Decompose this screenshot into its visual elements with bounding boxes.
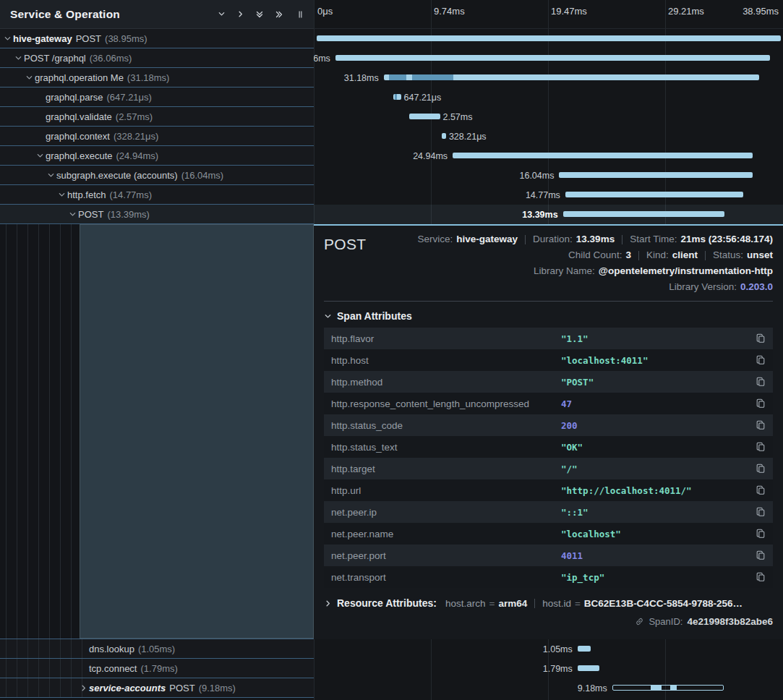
span-bar[interactable] <box>409 114 440 119</box>
span-tree-item[interactable]: tcp.connect(1.79ms) <box>0 659 314 678</box>
span-tree-item[interactable]: service-accountsPOST(9.18ms) <box>0 678 314 698</box>
meta-value: client <box>672 247 698 263</box>
resource-attributes-toggle[interactable]: Resource Attributes: <box>337 597 437 609</box>
span-bar[interactable] <box>559 172 752 178</box>
trace-viewer: Service & Operation 0μs 9.74ms 19.47ms 2… <box>0 0 783 700</box>
span-tree-item[interactable]: graphql.context(328.21μs) <box>0 127 314 146</box>
span-attributes-toggle[interactable]: Span Attributes <box>324 310 773 322</box>
meta-label: Status: <box>713 247 743 263</box>
span-row[interactable]: dns.lookup(1.05ms)1.05ms <box>0 639 783 659</box>
copy-icon[interactable] <box>756 442 766 452</box>
span-bar[interactable] <box>578 665 600 671</box>
link-icon[interactable] <box>635 617 644 626</box>
span-duration: (36.06ms) <box>90 53 132 64</box>
span-rows: hive-gatewayPOST(38.95ms)POST /graphql(3… <box>0 29 783 224</box>
span-tree-item[interactable]: graphql.operation Me(31.18ms) <box>0 68 314 88</box>
span-row[interactable]: graphql.execute(24.94ms)24.94ms <box>0 146 783 166</box>
span-bar[interactable] <box>442 133 446 139</box>
span-bar[interactable] <box>578 646 591 652</box>
span-duration: (16.04ms) <box>181 170 224 181</box>
meta-label: Start Time: <box>630 231 677 247</box>
attribute-key: net.peer.port <box>331 550 561 561</box>
span-duration-label: 36.06ms <box>314 54 335 64</box>
span-row[interactable]: graphql.parse(647.21μs)647.21μs <box>0 88 783 107</box>
span-tree-item[interactable]: http.fetch(14.77ms) <box>0 185 314 205</box>
span-row[interactable]: http.fetch(14.77ms)14.77ms <box>0 185 783 205</box>
span-duration: (1.05ms) <box>138 644 175 654</box>
span-bar[interactable] <box>563 211 724 217</box>
copy-icon[interactable] <box>756 420 766 430</box>
span-tree-item[interactable]: POST /graphql(36.06ms) <box>0 48 314 68</box>
copy-icon[interactable] <box>756 485 766 495</box>
span-service-name: service-accounts <box>89 683 166 693</box>
copy-icon[interactable] <box>756 377 766 387</box>
span-bar[interactable] <box>612 685 724 691</box>
span-operation-name: POST <box>78 209 103 220</box>
span-bar[interactable] <box>384 74 759 80</box>
equals-sign: = <box>575 598 581 609</box>
attribute-value: "::1" <box>561 507 756 518</box>
span-row[interactable]: POST(13.39ms)13.39ms <box>0 205 783 224</box>
span-bar-cell: 647.21μs <box>314 88 783 107</box>
span-tree-item[interactable]: hive-gatewayPOST(38.95ms) <box>0 29 314 48</box>
span-row[interactable]: graphql.context(328.21μs)328.21μs <box>0 127 783 146</box>
span-bar[interactable] <box>393 94 401 100</box>
copy-icon[interactable] <box>756 398 766 409</box>
tick-label: 38.95ms <box>743 6 779 17</box>
span-bar-segment <box>412 74 453 80</box>
chevron-down-icon[interactable] <box>14 54 24 62</box>
span-tree-item[interactable]: subgraph.execute (accounts)(16.04ms) <box>0 166 314 185</box>
copy-icon[interactable] <box>756 529 766 539</box>
attribute-row: http.status_text"OK" <box>324 436 773 458</box>
double-chevron-down-icon[interactable] <box>255 10 264 19</box>
span-tree-item[interactable]: dns.lookup(1.05ms) <box>0 639 314 659</box>
span-rows-bottom: dns.lookup(1.05ms)1.05mstcp.connect(1.79… <box>0 639 783 698</box>
selected-span-children-area[interactable] <box>80 224 314 639</box>
copy-icon[interactable] <box>756 355 766 365</box>
double-chevron-right-icon[interactable] <box>275 10 283 19</box>
copy-icon[interactable] <box>756 464 766 474</box>
span-bar-cell: 16.04ms <box>314 166 783 185</box>
copy-icon[interactable] <box>756 550 766 560</box>
chevron-down-icon[interactable] <box>218 10 226 18</box>
grip-icon[interactable] <box>297 9 304 20</box>
chevron-down-icon[interactable] <box>58 191 67 199</box>
span-bar[interactable] <box>565 192 743 197</box>
span-bar[interactable] <box>335 55 770 61</box>
attribute-key: net.transport <box>331 572 561 583</box>
chevron-right-icon[interactable] <box>236 10 244 18</box>
span-row[interactable]: hive-gatewayPOST(38.95ms) <box>0 29 783 48</box>
selected-span-region <box>0 224 314 639</box>
span-tree-item[interactable]: graphql.execute(24.94ms) <box>0 146 314 166</box>
span-tree-item[interactable]: POST(13.39ms) <box>0 205 314 224</box>
span-row[interactable]: graphql.operation Me(31.18ms)31.18ms <box>0 68 783 88</box>
span-operation-name: graphql.context <box>46 131 110 142</box>
span-tree-item[interactable]: graphql.validate(2.57ms) <box>0 107 314 127</box>
chevron-down-icon[interactable] <box>4 35 13 43</box>
span-row[interactable]: subgraph.execute (accounts)(16.04ms)16.0… <box>0 166 783 185</box>
copy-icon[interactable] <box>756 507 766 517</box>
span-duration-label: 328.21μs <box>449 132 487 142</box>
span-row[interactable]: POST /graphql(36.06ms)36.06ms <box>0 48 783 68</box>
chevron-down-icon[interactable] <box>47 171 56 179</box>
span-operation-name: graphql.execute <box>46 150 113 161</box>
span-bar-cell: 2.57ms <box>314 107 783 127</box>
attribute-key: http.status_text <box>331 442 561 453</box>
copy-icon[interactable] <box>756 333 766 343</box>
copy-icon[interactable] <box>756 572 766 582</box>
span-row[interactable]: graphql.validate(2.57ms)2.57ms <box>0 107 783 127</box>
chevron-down-icon[interactable] <box>69 210 78 218</box>
span-row[interactable]: tcp.connect(1.79ms)1.79ms <box>0 659 783 678</box>
span-bar-segment <box>651 686 662 690</box>
chevron-down-icon[interactable] <box>36 152 46 160</box>
span-duration: (38.95ms) <box>105 33 147 44</box>
meta-label: Library Name: <box>534 263 595 279</box>
span-row[interactable]: service-accountsPOST(9.18ms)9.18ms <box>0 678 783 698</box>
chevron-down-icon[interactable] <box>25 74 35 82</box>
span-tree-item[interactable]: graphql.parse(647.21μs) <box>0 88 314 107</box>
span-operation-name: dns.lookup <box>89 644 134 654</box>
span-meta-line: Service:hive-gatewayDuration:13.39msStar… <box>417 231 773 247</box>
span-bar[interactable] <box>453 153 753 158</box>
span-bar[interactable] <box>317 35 781 41</box>
chevron-right-icon[interactable] <box>80 684 89 692</box>
